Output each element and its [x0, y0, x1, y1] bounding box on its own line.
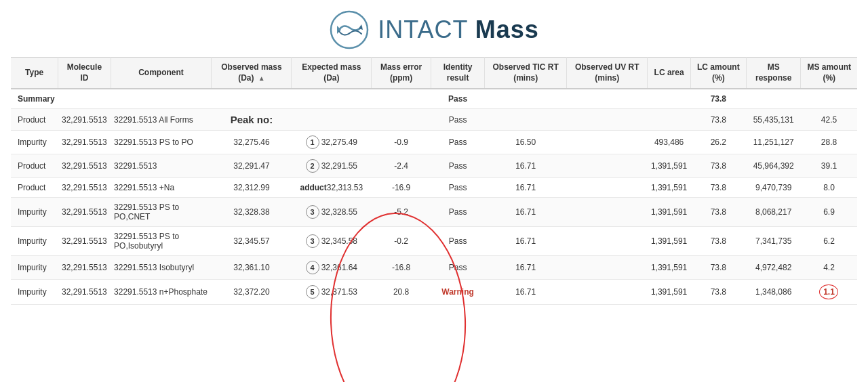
cell-mass-error: -2.4: [372, 154, 431, 178]
col-molecule-id: Molecule ID: [58, 58, 111, 89]
peak-number-badge: 3: [306, 234, 319, 248]
col-observed-mass[interactable]: Observed mass (Da) ▲: [212, 58, 292, 89]
cell-tic-rt: 16.71: [485, 178, 567, 198]
cell-tic-rt: 16.71: [485, 198, 567, 227]
cell-molecule-id: 32,291.5513: [58, 131, 111, 154]
col-tic-rt: Observed TIC RT (mins): [485, 58, 567, 89]
cell-ms-amount: 42.5: [801, 109, 857, 131]
cell-tic-rt: [485, 109, 567, 131]
cell-lc-amount: 73.8: [690, 280, 746, 305]
cell-ms-amount: 8.0: [801, 178, 857, 198]
cell-uv-rt: [567, 89, 648, 109]
table-header-row: Type Molecule ID Component Observed mass…: [11, 58, 857, 89]
cell-lc-amount: 73.8: [690, 109, 746, 131]
cell-tic-rt: 16.50: [485, 131, 567, 154]
cell-ms-response: 11,251,127: [746, 131, 801, 154]
table-row: Impurity32,291.551332291.5513 PS to PO32…: [11, 131, 857, 154]
cell-observed-mass: Peak no:: [212, 109, 292, 131]
col-component: Component: [111, 58, 212, 89]
cell-observed-mass: 32,291.47: [212, 154, 292, 178]
cell-type: Impurity: [11, 131, 58, 154]
cell-lc-area: 1,391,591: [648, 256, 690, 280]
peak-number-badge: 1: [306, 135, 319, 149]
cell-lc-amount: 73.8: [690, 178, 746, 198]
cell-component: [111, 89, 212, 109]
cell-identity: Pass: [431, 89, 485, 109]
cell-type: Impurity: [11, 256, 58, 280]
peak-number-badge: 4: [306, 261, 319, 274]
col-lc-amount: LC amount (%): [690, 58, 746, 89]
cell-expected-mass: [292, 89, 372, 109]
cell-ms-amount: 39.1: [801, 154, 857, 178]
pass-badge: Pass: [449, 115, 467, 125]
cell-uv-rt: [567, 198, 648, 227]
cell-tic-rt: 16.71: [485, 227, 567, 256]
cell-mass-error: -5.2: [372, 198, 431, 227]
circled-ms-amount: 1.1: [819, 284, 838, 299]
cell-uv-rt: [567, 178, 648, 198]
cell-lc-amount: 26.2: [690, 131, 746, 154]
cell-mass-error: 20.8: [372, 280, 431, 305]
cell-lc-amount: 73.8: [690, 227, 746, 256]
cell-identity: Pass: [431, 227, 485, 256]
cell-molecule-id: 32,291.5513: [58, 178, 111, 198]
cell-molecule-id: 32,291.5513: [58, 280, 111, 305]
cell-type: Summary: [11, 89, 58, 109]
sort-arrow-observed-mass: ▲: [258, 74, 265, 83]
table-row: Product32,291.551332291.551332,291.47232…: [11, 154, 857, 178]
warning-badge: Warning: [441, 287, 474, 297]
cell-observed-mass: 32,372.20: [212, 280, 292, 305]
table-row: Product32,291.551332291.5513 +Na32,312.9…: [11, 178, 857, 198]
cell-ms-response: [746, 89, 801, 109]
table-row: Impurity32,291.551332291.5513 PS to PO,C…: [11, 198, 857, 227]
cell-expected-mass: 132,275.49: [292, 131, 372, 154]
pass-badge: Pass: [449, 207, 467, 217]
cell-ms-response: 8,068,217: [746, 198, 801, 227]
col-expected-mass: Expected mass (Da): [292, 58, 372, 89]
cell-component: 32291.5513 +Na: [111, 178, 212, 198]
col-type: Type: [11, 58, 58, 89]
col-mass-error: Mass error (ppm): [372, 58, 431, 89]
cell-ms-response: 7,341,735: [746, 227, 801, 256]
table-row: SummaryPass73.8: [11, 89, 857, 109]
peak-number-badge: 3: [306, 205, 319, 219]
cell-component: 32291.5513 Isobutyryl: [111, 256, 212, 280]
col-identity-result: Identity result: [431, 58, 485, 89]
cell-molecule-id: 32,291.5513: [58, 109, 111, 131]
svg-point-0: [331, 12, 368, 48]
app-title: INTACT Mass: [378, 16, 539, 44]
cell-lc-area: 493,486: [648, 131, 690, 154]
pass-badge: Pass: [449, 263, 467, 272]
cell-mass-error: [372, 89, 431, 109]
cell-component: 32291.5513 PS to PO: [111, 131, 212, 154]
cell-type: Impurity: [11, 227, 58, 256]
table-row: Product32,291.551332291.5513 All FormsPe…: [11, 109, 857, 131]
cell-mass-error: -16.8: [372, 256, 431, 280]
cell-molecule-id: 32,291.5513: [58, 154, 111, 178]
pass-badge: Pass: [448, 94, 467, 104]
cell-type: Impurity: [11, 198, 58, 227]
cell-lc-area: 1,391,591: [648, 178, 690, 198]
cell-identity: Warning: [431, 280, 485, 305]
cell-type: Product: [11, 109, 58, 131]
cell-identity: Pass: [431, 198, 485, 227]
pass-badge: Pass: [449, 183, 467, 192]
cell-uv-rt: [567, 131, 648, 154]
cell-component: 32291.5513: [111, 154, 212, 178]
col-lc-area: LC area: [648, 58, 690, 89]
cell-identity: Pass: [431, 256, 485, 280]
cell-ms-response: 45,964,392: [746, 154, 801, 178]
cell-component: 32291.5513 PS to PO,Isobutyryl: [111, 227, 212, 256]
intact-mass-logo: [329, 9, 370, 50]
cell-molecule-id: 32,291.5513: [58, 227, 111, 256]
cell-observed-mass: 32,328.38: [212, 198, 292, 227]
cell-lc-amount: 73.8: [690, 198, 746, 227]
results-table: Type Molecule ID Component Observed mass…: [11, 57, 857, 305]
cell-lc-amount: 73.8: [690, 256, 746, 280]
cell-component: 32291.5513 n+Phosphate: [111, 280, 212, 305]
cell-ms-response: 55,435,131: [746, 109, 801, 131]
peak-number-badge: 2: [306, 159, 319, 173]
cell-expected-mass: adduct32,313.53: [292, 178, 372, 198]
cell-lc-area: [648, 89, 690, 109]
cell-observed-mass: 32,345.57: [212, 227, 292, 256]
